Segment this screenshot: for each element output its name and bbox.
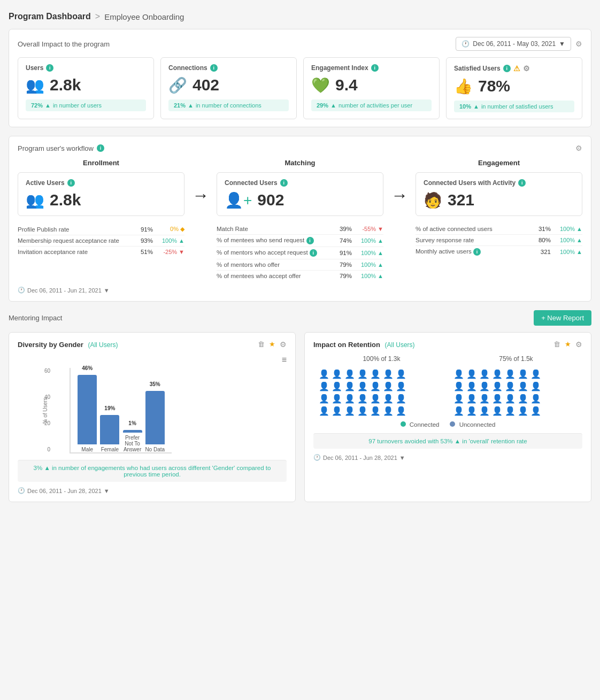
kpi-value-row-users: 👥 2.8k: [26, 76, 146, 94]
metric-row: Membership request acceptance rate 93% 1…: [18, 235, 184, 247]
metric-pct: 51%: [137, 249, 153, 255]
workflow-col-title-2: Engagement: [416, 159, 582, 167]
page-header: Program Dashboard > Employee Onboarding: [9, 6, 591, 29]
clock-icon-small: 🕐: [18, 287, 25, 294]
workflow-gear-icon[interactable]: ⚙: [575, 144, 582, 152]
kpi-dir-satisfied: ▲: [473, 103, 479, 110]
workflow-card-label-1: Connected Users i: [225, 179, 375, 187]
bar-group: 46%Male: [76, 375, 98, 452]
diversity-chart-icons: 🗑 ★ ⚙: [258, 340, 287, 349]
chevron-down-small[interactable]: ▼: [104, 287, 110, 294]
kpi-value-satisfied: 78%: [478, 77, 510, 95]
date-range-picker[interactable]: 🕐 Dec 06, 2011 - May 03, 2021 ▼: [456, 37, 571, 51]
kpi-label-users: Users i: [26, 64, 146, 72]
retention-chart-header: Impact on Retention (All Users) 🗑 ★ ⚙: [313, 340, 582, 349]
bar-chart-wrapper: 6040200 % of Users 46%Male19%Female1%Pre…: [18, 368, 287, 453]
bar: 1%: [123, 430, 142, 433]
star-icon[interactable]: ★: [269, 340, 275, 349]
retention-gear-icon[interactable]: ⚙: [575, 340, 582, 349]
kpi-value-row-connections: 🔗 402: [168, 76, 289, 94]
person-icon-connected: 👤: [370, 394, 381, 404]
workflow-col-0: Enrollment Active Users i 👥 2.8k Profile…: [18, 159, 184, 257]
people-row: 👤👤👤👤👤👤👤: [453, 406, 578, 416]
retention-stat-connected: 100% of 1.3k: [363, 355, 400, 363]
chevron-down[interactable]: ▼: [104, 488, 110, 494]
metric-row: % of mentors who accept request i 91% 10…: [217, 247, 383, 259]
workflow-card-info-1: i: [280, 179, 288, 187]
people-row: 👤👤👤👤👤👤👤: [319, 369, 443, 379]
bar-value-label: 1%: [128, 420, 136, 426]
metric-change: 100% ▲: [553, 249, 582, 255]
kpi-icon-satisfied: 👍: [454, 78, 473, 95]
bar-group: 35%No Data: [144, 391, 166, 452]
bar-chart-menu-icon[interactable]: ≡: [18, 355, 287, 365]
person-icon-connected: 👤: [383, 394, 394, 404]
workflow-grid: Enrollment Active Users i 👥 2.8k Profile…: [18, 159, 582, 281]
diversity-gear-icon[interactable]: ⚙: [280, 340, 287, 349]
workflow-date: 🕐 Dec 06, 2011 - Jun 21, 2021 ▼: [18, 287, 582, 294]
metric-change: 100% ▲: [553, 226, 582, 232]
workflow-card-info-2: i: [518, 179, 526, 187]
workflow-arrow: →: [383, 159, 416, 205]
metric-change: 100% ▲: [354, 237, 383, 244]
person-icon-unconnected: 👤: [530, 394, 541, 404]
kpi-value-users: 2.8k: [50, 76, 81, 94]
metric-name: % of mentees who accept offer: [217, 273, 334, 279]
bar: 46%: [78, 375, 97, 444]
metric-change: -25% ▼: [155, 249, 184, 255]
metric-row: Invitation acceptance rate 51% -25% ▼: [18, 247, 184, 257]
person-icon-unconnected: 👤: [479, 394, 490, 404]
retention-chart-date: 🕐 Dec 06, 2011 - Jun 28, 2021 ▼: [313, 454, 582, 461]
person-icon-connected: 👤: [370, 381, 381, 391]
person-icon-connected: 👤: [370, 406, 381, 416]
person-icon-connected: 👤: [396, 406, 406, 416]
person-icon-unconnected: 👤: [492, 394, 503, 404]
metric-row: Profile Publish rate 91% 0% ◆: [18, 224, 184, 235]
metric-name: % of mentors who offer: [217, 261, 334, 268]
kpi-value-engagement: 9.4: [335, 76, 358, 94]
kpi-icon-engagement: 💚: [311, 76, 330, 94]
new-report-button[interactable]: + New Report: [534, 310, 591, 326]
person-icon-unconnected: 👤: [518, 369, 528, 379]
person-icon-connected: 👤: [319, 394, 329, 404]
trash-icon[interactable]: 🗑: [258, 340, 265, 349]
person-icon-unconnected: 👤: [453, 394, 464, 404]
page-container: Program Dashboard > Employee Onboarding …: [0, 0, 600, 509]
metric-name: % of mentors who accept request i: [217, 249, 334, 257]
metric-change: 100% ▲: [553, 237, 582, 243]
metric-table-2: % of active connected users 31% 100% ▲ S…: [416, 224, 582, 258]
workflow-card-icon-2: 🧑: [424, 191, 442, 209]
kpi-pct-engagement: 29%: [317, 102, 328, 109]
workflow-card-value-2: 321: [448, 191, 474, 209]
metric-table-1: Match Rate 39% -55% ▼ % of mentees who s…: [217, 224, 383, 281]
people-row: 👤👤👤👤👤👤👤: [319, 394, 443, 404]
person-icon-unconnected: 👤: [466, 394, 477, 404]
retention-chart-subtitle: (All Users): [385, 341, 415, 349]
star-icon[interactable]: ★: [565, 340, 571, 349]
diversity-chart-card: Diversity by Gender (All Users) 🗑 ★ ⚙ ≡ …: [9, 332, 296, 502]
trash-icon[interactable]: 🗑: [553, 340, 560, 349]
bar-x-label: Female: [101, 447, 119, 452]
metric-pct: 79%: [336, 273, 352, 279]
person-icon-connected: 👤: [344, 406, 355, 416]
kpi-footer-text-connections: in number of connections: [196, 102, 261, 109]
person-icon-unconnected: 👤: [492, 369, 503, 379]
chevron-down[interactable]: ▼: [399, 455, 405, 461]
y-axis-label: % of Users: [42, 398, 48, 424]
metric-row: Monthly active users i 321 100% ▲: [416, 246, 582, 258]
metric-pct: 31%: [535, 226, 551, 232]
kpi-info-icon-satisfied: i: [503, 65, 511, 72]
gear-icon[interactable]: ⚙: [575, 40, 582, 48]
workflow-col-1: Matching Connected Users i 👤+ 902 Match …: [217, 159, 383, 281]
overall-impact-title: Overall Impact to the program: [18, 40, 110, 48]
retention-stat-unconnected: 75% of 1.5k: [499, 355, 533, 363]
metric-row: % of mentees who accept offer 79% 100% ▲: [217, 271, 383, 281]
bar-x-label: Male: [81, 447, 93, 452]
kpi-pct-users: 72%: [31, 102, 43, 109]
person-icon-faded: 👤: [492, 406, 503, 416]
person-icon-unconnected: 👤: [479, 369, 490, 379]
unconnected-dot: [450, 421, 455, 427]
metric-pct: 79%: [336, 261, 352, 268]
workflow-card-icon-1: 👤+: [225, 191, 252, 209]
kpi-gear-icon[interactable]: ⚙: [523, 64, 530, 73]
